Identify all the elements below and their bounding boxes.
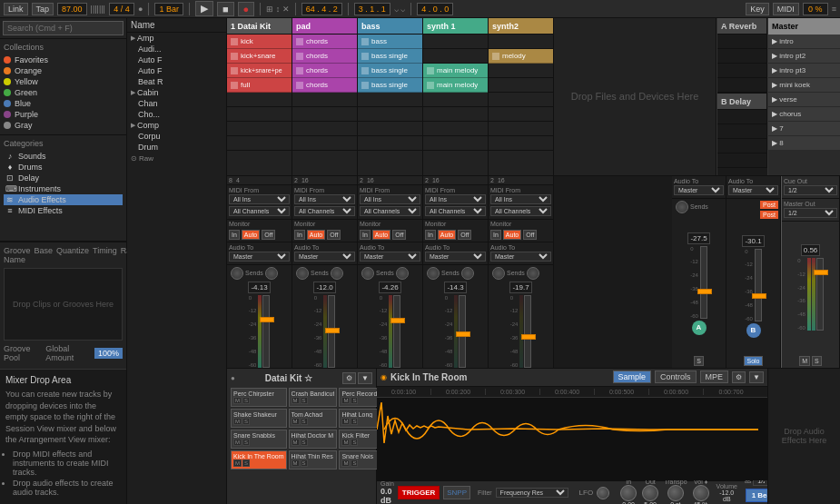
pad-crash-bandicut[interactable]: Crash BandicutMS <box>289 388 338 407</box>
ch4-channel-select[interactable]: All Channels <box>425 206 486 216</box>
pad-doctor-m[interactable]: M <box>292 439 300 446</box>
ch1-audio-to-select[interactable]: Master <box>229 252 290 262</box>
clip-bass-4[interactable]: bass single <box>358 78 422 93</box>
pad-snare-m[interactable]: M <box>233 439 242 446</box>
pad-hihat-doctor[interactable]: Hihat Doctor MMS <box>289 430 338 449</box>
collection-gray[interactable]: Gray <box>4 120 123 131</box>
ch2-fader-handle[interactable] <box>325 328 340 333</box>
category-delay[interactable]: ⊡Delay <box>4 173 123 183</box>
clip-datai-4[interactable]: full <box>227 78 292 93</box>
ch5-fader-track[interactable] <box>524 295 531 368</box>
pad-record-s[interactable]: S <box>351 397 358 404</box>
link-button[interactable]: Link <box>4 3 28 15</box>
pad-nois-s[interactable]: S <box>351 460 358 467</box>
pad-crash-s[interactable]: S <box>301 397 308 404</box>
ch5-audio-to-select[interactable]: Master <box>490 252 551 262</box>
browser-item-drum[interactable]: Drum <box>127 142 226 153</box>
clip-bass-1[interactable]: bass <box>358 35 422 49</box>
pad-chirpster-s[interactable]: S <box>242 397 250 404</box>
clip-pad-4[interactable]: chords <box>292 78 357 93</box>
category-midi-effects[interactable]: ≡MIDI Effects <box>4 205 123 216</box>
lfo-knob[interactable] <box>597 487 609 499</box>
ret-a-send-knob[interactable] <box>676 201 688 213</box>
vol-knob[interactable] <box>693 485 709 501</box>
ch2-auto-btn[interactable]: Auto <box>307 230 325 240</box>
pad-hihat-m[interactable]: M <box>341 418 350 425</box>
category-drums[interactable]: ♦Drums <box>4 162 123 173</box>
pad-tom1-s[interactable]: S <box>301 418 308 425</box>
ch4-send-a-knob[interactable] <box>427 267 440 280</box>
category-instruments[interactable]: ⌨Instruments <box>4 183 123 194</box>
device-settings-btn[interactable]: ⚙ <box>342 372 356 384</box>
beats-button[interactable]: 1 Beat <box>746 489 767 502</box>
clip-pad-2[interactable]: chords <box>292 49 357 64</box>
collection-orange[interactable]: Orange <box>4 65 123 76</box>
clip-bass-2[interactable]: bass single <box>358 49 422 64</box>
ret-a-audio-to-select[interactable]: Master <box>674 185 724 195</box>
pad-filter-m[interactable]: M <box>341 439 350 446</box>
ch2-audio-to-select[interactable]: Master <box>294 252 355 262</box>
ret-b-fader-track[interactable] <box>755 249 762 321</box>
ch4-fader-track[interactable] <box>459 295 466 368</box>
ch5-midi-from-select[interactable]: All Ins <box>490 194 551 204</box>
filter-freq-select[interactable]: Frequency Res <box>496 488 568 498</box>
track-title-bass[interactable]: bass <box>358 18 422 35</box>
master-fader-track[interactable] <box>816 258 824 331</box>
pad-shake-m[interactable]: M <box>233 418 242 425</box>
ch5-channel-select[interactable]: All Channels <box>490 206 551 216</box>
ch3-send-b-knob[interactable] <box>396 267 409 280</box>
pad-filter-s[interactable]: S <box>351 439 358 446</box>
device-collapse-btn[interactable]: ▼ <box>358 372 372 384</box>
ch1-auto-btn[interactable]: Auto <box>242 230 260 240</box>
pad-snare[interactable]: Snare SnabbisMS <box>231 430 287 449</box>
play-button[interactable]: ▶ <box>195 1 213 16</box>
browser-item-corpu[interactable]: Corpu <box>127 131 226 142</box>
ch1-off-btn[interactable]: Off <box>262 230 275 240</box>
pad-tom1-m[interactable]: M <box>292 418 300 425</box>
pad-snare-nois[interactable]: Snare NoisMS <box>339 450 380 469</box>
fade-in-knob[interactable] <box>620 485 637 501</box>
clip-datai-2[interactable]: kick+snare <box>227 49 292 64</box>
browser-item-chan[interactable]: Chan <box>127 98 226 109</box>
track-title-pad[interactable]: pad <box>292 18 357 35</box>
ch3-auto-btn[interactable]: Auto <box>372 230 390 240</box>
pad-snare-s[interactable]: S <box>242 439 250 446</box>
ch2-channel-select[interactable]: All Channels <box>294 206 355 216</box>
ch3-audio-to-select[interactable]: Master <box>360 252 420 262</box>
ret-b-fader-handle[interactable] <box>752 293 766 299</box>
fade-out-knob[interactable] <box>642 485 658 501</box>
ch5-off-btn[interactable]: Off <box>523 230 537 240</box>
browser-item-audi[interactable]: Audi... <box>127 44 226 54</box>
pad-crash-m[interactable]: M <box>292 397 300 404</box>
tap-button[interactable]: Tap <box>32 3 54 15</box>
browser-item-beatr[interactable]: Beat R <box>127 76 226 87</box>
tab-controls[interactable]: Controls <box>655 371 697 383</box>
ch4-audio-to-select[interactable]: Master <box>425 252 486 262</box>
category-audio-effects[interactable]: ≋Audio Effects <box>4 194 123 205</box>
ret-a-number[interactable]: A <box>692 321 707 335</box>
ch2-send-b-knob[interactable] <box>331 267 343 280</box>
clip-pad-1[interactable]: chords <box>292 35 357 49</box>
ret-a-s-btn[interactable]: S <box>694 356 704 366</box>
ch5-send-a-knob[interactable] <box>492 267 505 280</box>
ret-a-fader-handle[interactable] <box>697 289 712 294</box>
pad-shake-s[interactable]: S <box>242 418 250 425</box>
ch2-in-btn[interactable]: In <box>294 230 305 240</box>
transpo-knob[interactable] <box>667 485 684 501</box>
ch1-fader-handle[interactable] <box>260 317 274 322</box>
collection-blue[interactable]: Blue <box>4 98 123 109</box>
clip-synth2-2[interactable]: melody <box>489 49 553 64</box>
browser-item-amp[interactable]: ▶Amp <box>127 33 226 44</box>
pad-hihat-long[interactable]: Hihat LongMS <box>339 409 380 428</box>
track-title-synth1[interactable]: synth 1 <box>423 18 488 35</box>
ch4-off-btn[interactable]: Off <box>458 230 471 240</box>
pad-doctor-s[interactable]: S <box>301 439 308 446</box>
scene-chorus[interactable]: ▶ chorus <box>768 107 840 122</box>
ch3-send-a-knob[interactable] <box>361 267 374 280</box>
ch2-midi-from-select[interactable]: All Ins <box>294 194 355 204</box>
bpm-display[interactable]: 87.00 <box>57 3 87 15</box>
record-button[interactable]: ● <box>238 2 255 16</box>
pad-record-m[interactable]: M <box>341 397 350 404</box>
pad-kick-filter[interactable]: Kick FilterMS <box>339 430 380 449</box>
track-title-datai[interactable]: 1 Datai Kit <box>227 18 292 35</box>
